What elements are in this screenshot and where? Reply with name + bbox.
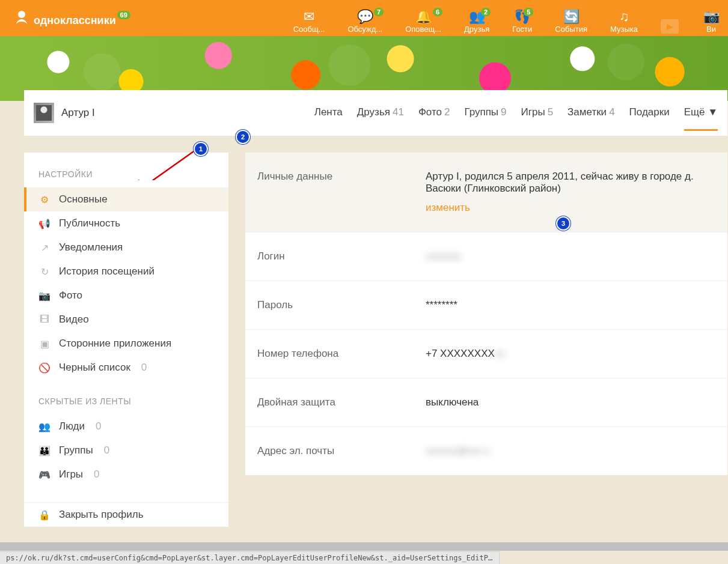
row-label: Номер телефона xyxy=(257,348,426,360)
nav-label: Музыка xyxy=(610,25,638,34)
site-logo[interactable]: одноклассники 69 xyxy=(0,11,124,36)
tab-feed[interactable]: Лента xyxy=(314,106,343,120)
history-icon: ↻ xyxy=(38,266,50,277)
sidebar-item-label: Игры xyxy=(59,468,83,481)
nav-badge: 7 xyxy=(374,8,384,16)
gear-icon: ⚙ xyxy=(38,194,50,205)
nav-label: Гости xyxy=(512,25,532,34)
sidebar-item-photo[interactable]: 📷 Фото xyxy=(24,284,228,308)
settings-row-2fa[interactable]: Двойная защита выключена xyxy=(245,378,727,427)
nav-play[interactable]: ▶ xyxy=(661,19,679,36)
sidebar-item-label: Сторонние приложения xyxy=(59,338,171,350)
tab-photos[interactable]: Фото2 xyxy=(418,106,450,120)
sidebar-section-hidden: СКРЫТЫЕ ИЗ ЛЕНТЫ xyxy=(24,380,228,414)
avatar[interactable] xyxy=(34,103,54,123)
profile-tabs: Лента Друзья41 Фото2 Группы9 Игры5 Замет… xyxy=(314,106,718,120)
nav-label: События xyxy=(555,25,587,34)
nav-badge: 5 xyxy=(524,8,533,16)
row-value: Артур I, родился 5 апреля 2011, сейчас ж… xyxy=(426,171,715,214)
row-label: Пароль xyxy=(257,299,426,311)
sidebar-item-label: Черный список xyxy=(59,362,130,374)
nav-messages[interactable]: ✉Сообщ... xyxy=(293,9,325,36)
bell-icon: 🔔 xyxy=(414,9,433,25)
settings-sidebar: НАСТРОЙКИ ⚙ Основные 📢 Публичность ↗ Уве… xyxy=(24,153,228,527)
group-icon: 👪 xyxy=(38,445,50,456)
sidebar-item-main[interactable]: ⚙ Основные xyxy=(24,187,228,211)
sidebar-item-label: Видео xyxy=(59,314,89,326)
nav-video[interactable]: 📷Ви xyxy=(702,9,721,36)
sidebar-item-video[interactable]: 🎞 Видео xyxy=(24,308,228,332)
play-icon: ▶ xyxy=(661,19,679,34)
row-value: +7 XXXXXXXXxx xyxy=(426,348,715,360)
row-label: Логин xyxy=(257,250,426,262)
sidebar-item-history[interactable]: ↻ История посещений xyxy=(24,259,228,284)
profile-bar: Артур I Лента Друзья41 Фото2 Группы9 Игр… xyxy=(24,90,727,136)
nav-discussions[interactable]: 💬7Обсужд... xyxy=(347,9,382,36)
sidebar-item-label: Основные xyxy=(59,193,108,205)
annotation-marker-3: 3 xyxy=(556,216,570,231)
nav-events[interactable]: 🔄События xyxy=(555,9,587,36)
arrow-out-icon: ↗ xyxy=(38,242,50,253)
row-label: Адрес эл. почты xyxy=(257,445,426,457)
settings-row-phone[interactable]: Номер телефона +7 XXXXXXXXxx xyxy=(245,330,727,378)
sidebar-section-settings: НАСТРОЙКИ xyxy=(24,153,228,187)
ban-icon: 🚫 xyxy=(38,362,50,374)
sidebar-item-hidden-groups[interactable]: 👪 Группы 0 xyxy=(24,438,228,462)
logo-badge: 69 xyxy=(117,11,130,19)
nav-badge: 2 xyxy=(481,8,491,16)
sidebar-item-hidden-games[interactable]: 🎮 Игры 0 xyxy=(24,462,228,487)
annotation-marker-1: 1 xyxy=(194,142,208,156)
sidebar-item-lock-profile[interactable]: 🔒 Закрыть профиль xyxy=(24,503,228,527)
sidebar-item-count: 0 xyxy=(141,362,147,374)
sidebar-item-people[interactable]: 👥 Люди 0 xyxy=(24,414,228,438)
sidebar-item-label: Закрыть профиль xyxy=(59,509,144,521)
music-icon: ♫ xyxy=(614,9,634,25)
row-value: xxxxxxx xyxy=(426,250,715,262)
row-label: Личные данные xyxy=(257,171,426,214)
people-icon: 👥 xyxy=(38,421,50,432)
profile-name[interactable]: Артур I xyxy=(61,107,95,119)
sidebar-item-publicity[interactable]: 📢 Публичность xyxy=(24,211,228,235)
tab-gifts[interactable]: Подарки xyxy=(629,106,670,120)
sidebar-item-apps[interactable]: ▣ Сторонние приложения xyxy=(24,332,228,356)
nav-friends[interactable]: 👥2Друзья xyxy=(464,9,489,36)
film-icon: 🎞 xyxy=(38,314,50,325)
nav-label: Сообщ... xyxy=(293,25,325,34)
camera-icon: 📷 xyxy=(702,9,721,25)
nav-label: Обсужд... xyxy=(347,25,382,34)
refresh-icon: 🔄 xyxy=(561,9,581,25)
ok-logo-icon xyxy=(14,11,29,30)
sidebar-item-label: Люди xyxy=(59,420,85,432)
nav-guests[interactable]: 👣5Гости xyxy=(512,9,532,36)
settings-row-personal: Личные данные Артур I, родился 5 апреля … xyxy=(245,153,727,232)
row-value: xxxxxx@xxx x xyxy=(426,445,715,457)
settings-row-email[interactable]: Адрес эл. почты xxxxxx@xxx x xyxy=(245,427,727,475)
tab-notes[interactable]: Заметки4 xyxy=(567,106,615,120)
camera-icon: 📷 xyxy=(38,290,50,302)
envelope-icon: ✉ xyxy=(299,9,319,25)
tab-groups[interactable]: Группы9 xyxy=(464,106,506,120)
sidebar-item-label: Уведомления xyxy=(59,241,123,253)
nav-notifications[interactable]: 🔔6Оповещ... xyxy=(405,9,441,36)
row-value: ******** xyxy=(426,299,715,311)
row-value: выключена xyxy=(426,396,715,408)
nav-music[interactable]: ♫Музыка xyxy=(610,9,638,36)
nav-label: Друзья xyxy=(464,25,489,34)
site-logo-text: одноклассники xyxy=(34,14,116,27)
settings-row-login[interactable]: Логин xxxxxxx xyxy=(245,232,727,281)
sidebar-item-notifications[interactable]: ↗ Уведомления xyxy=(24,235,228,259)
sidebar-item-label: Группы xyxy=(59,444,93,456)
nav-badge: 6 xyxy=(433,8,442,16)
tab-more[interactable]: Ещё ▼ xyxy=(684,106,718,131)
tab-games[interactable]: Игры5 xyxy=(521,106,554,120)
edit-link[interactable]: изменить xyxy=(426,202,470,214)
top-nav: ✉Сообщ... 💬7Обсужд... 🔔6Оповещ... 👥2Друз… xyxy=(293,0,728,36)
tab-friends[interactable]: Друзья41 xyxy=(357,106,404,120)
chat-icon: 💬 xyxy=(355,9,375,25)
megaphone-icon: 📢 xyxy=(38,218,50,229)
gamepad-icon: 🎮 xyxy=(38,469,50,481)
lock-icon: 🔒 xyxy=(38,509,50,521)
settings-row-password[interactable]: Пароль ******** xyxy=(245,281,727,330)
settings-main: Личные данные Артур I, родился 5 апреля … xyxy=(245,153,727,475)
sidebar-item-blacklist[interactable]: 🚫 Черный список 0 xyxy=(24,356,228,380)
